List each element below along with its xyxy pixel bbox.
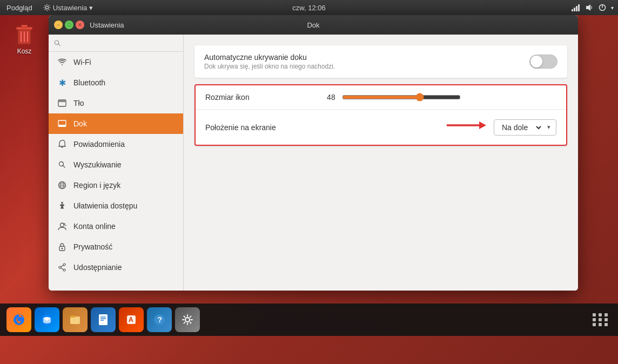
sidebar-item-search-label: Wyszukiwanie	[73, 160, 122, 169]
writer-icon	[96, 313, 110, 327]
auto-hide-row: Automatyczne ukrywanie doku Dok ukrywa s…	[194, 45, 567, 78]
red-arrow-svg	[444, 117, 487, 133]
svg-point-33	[63, 269, 65, 271]
sidebar-search-bar[interactable]	[49, 35, 183, 52]
arrow-indicator	[444, 117, 487, 137]
sidebar-item-dock-label: Dok	[73, 119, 87, 128]
dock-icon	[57, 119, 67, 129]
window-titlebar-left: – □ ✕ Ustawienia	[54, 21, 124, 29]
settings-window: – □ ✕ Ustawienia Dok	[49, 15, 578, 291]
top-bar-left: Podgląd Ustawienia ▾	[4, 3, 95, 13]
auto-hide-toggle[interactable]	[529, 55, 557, 69]
menu-podglad[interactable]: Podgląd	[4, 3, 35, 13]
sidebar-item-search[interactable]: Wyszukiwanie	[49, 154, 183, 175]
sidebar-item-accounts[interactable]: Konta online	[49, 216, 183, 237]
trash-label: Kosz	[17, 48, 32, 55]
sidebar-item-wifi-label: Wi-Fi	[73, 58, 91, 66]
auto-hide-sublabel: Dok ukrywa się, jeśli okno na niego nach…	[204, 63, 529, 70]
svg-line-21	[63, 166, 65, 168]
sidebar-item-wifi[interactable]: Wi-Fi	[49, 52, 183, 72]
taskbar-app-firefox[interactable]	[6, 307, 31, 332]
privacy-icon	[57, 242, 67, 252]
svg-rect-3	[576, 6, 577, 11]
dropdown-arrow-icon: ▾	[547, 124, 550, 131]
sidebar-item-bluetooth[interactable]: ✱ Bluetooth	[49, 72, 183, 93]
svg-rect-19	[58, 125, 66, 127]
minimize-button[interactable]: –	[54, 21, 63, 29]
svg-line-36	[61, 268, 63, 269]
gear-icon	[43, 4, 51, 11]
sharing-svg	[58, 263, 66, 272]
taskbar-app-writer[interactable]	[91, 307, 116, 332]
trash-desktop-icon[interactable]: Kosz	[5, 21, 43, 57]
icon-size-slider[interactable]	[342, 93, 461, 102]
sidebar-item-region-label: Region i język	[73, 181, 120, 190]
top-bar-right: ▾	[571, 3, 614, 12]
sidebar-item-bluetooth-label: Bluetooth	[73, 78, 105, 87]
sidebar-item-background-label: Tło	[73, 99, 84, 107]
svg-line-35	[61, 265, 63, 267]
sidebar-item-sharing[interactable]: Udostępnianie	[49, 257, 183, 278]
svg-point-51	[185, 318, 190, 322]
maximize-button[interactable]: □	[65, 21, 73, 29]
svg-rect-2	[574, 8, 575, 11]
close-button[interactable]: ✕	[76, 21, 84, 29]
svg-point-31	[62, 248, 63, 250]
svg-rect-41	[70, 316, 80, 324]
sidebar-item-background[interactable]: Tło	[49, 93, 183, 113]
accounts-icon	[57, 221, 67, 231]
window-controls: – □ ✕	[54, 21, 84, 29]
svg-text:?: ?	[158, 315, 163, 324]
svg-text:A: A	[129, 316, 133, 323]
sidebar-item-accessibility[interactable]: Ułatwienia dostępu	[49, 196, 183, 216]
grid-dot	[593, 318, 596, 321]
svg-rect-4	[578, 4, 580, 11]
svg-rect-42	[70, 315, 75, 318]
taskbar-grid-button[interactable]	[590, 309, 612, 331]
position-label: Położenie na ekranie	[205, 123, 438, 132]
access-svg	[58, 201, 66, 210]
globe-svg	[58, 181, 66, 190]
svg-point-27	[61, 202, 63, 204]
grid-dot	[593, 323, 596, 326]
grid-dot	[599, 323, 602, 326]
grid-dot	[604, 318, 608, 321]
grid-dot	[599, 318, 602, 321]
svg-point-29	[64, 224, 65, 225]
taskbar-app-thunderbird[interactable]	[35, 307, 59, 332]
sidebar-item-sharing-label: Udostępnianie	[73, 263, 122, 272]
trash-svg	[14, 23, 35, 46]
power-arrow: ▾	[611, 5, 614, 11]
sidebar-item-dock[interactable]: Dok	[49, 113, 183, 134]
svg-rect-1	[572, 9, 573, 11]
taskbar: A ?	[0, 304, 618, 336]
position-dropdown[interactable]: Na dole Na lewo Na prawo	[500, 123, 543, 132]
svg-marker-5	[586, 4, 590, 11]
taskbar-app-appstore[interactable]: A	[119, 307, 144, 332]
volume-icon	[585, 3, 594, 12]
menu-ustawienia[interactable]: Ustawienia ▾	[41, 3, 96, 13]
svg-rect-43	[99, 314, 108, 325]
svg-point-0	[45, 6, 48, 9]
icon-size-label: Rozmiar ikon	[205, 93, 313, 102]
sidebar-item-accounts-label: Konta online	[73, 222, 116, 231]
taskbar-app-help[interactable]: ?	[147, 307, 172, 332]
icon-position-card: Rozmiar ikon 48 Położenie na ekranie	[194, 84, 567, 146]
sidebar-item-privacy[interactable]: Prywatność	[49, 237, 183, 257]
files-icon	[68, 313, 82, 327]
svg-marker-38	[479, 122, 486, 129]
wifi-svg	[58, 58, 66, 66]
sidebar-item-notifications[interactable]: Powiadomienia	[49, 134, 183, 154]
taskbar-app-settings[interactable]	[175, 307, 200, 332]
sidebar-item-region[interactable]: Region i język	[49, 175, 183, 196]
bluetooth-icon: ✱	[57, 78, 67, 87]
window-title: Dok	[307, 21, 319, 29]
position-select-wrapper[interactable]: Na dole Na lewo Na prawo ▾	[494, 119, 556, 136]
svg-point-34	[59, 266, 61, 268]
taskbar-app-files[interactable]	[63, 307, 88, 332]
network-icon	[571, 4, 581, 11]
sidebar-item-notifications-label: Powiadomienia	[73, 140, 125, 149]
position-row: Położenie na ekranie Na dole Na lewo	[196, 110, 566, 145]
bell-svg	[58, 140, 66, 149]
search-input[interactable]	[65, 39, 178, 47]
